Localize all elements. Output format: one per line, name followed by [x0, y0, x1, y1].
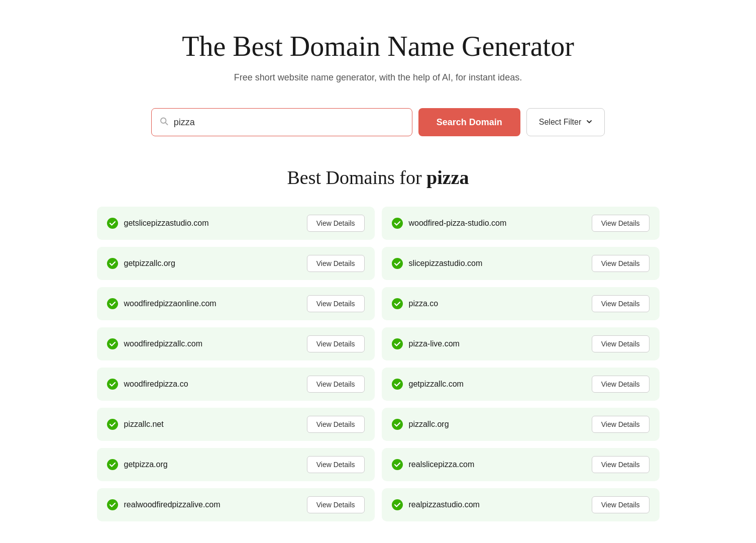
view-details-button[interactable]: View Details	[592, 255, 650, 272]
check-icon	[107, 258, 118, 269]
domain-left: pizzallc.net	[107, 419, 164, 430]
check-icon	[392, 419, 403, 430]
svg-point-4	[107, 298, 118, 309]
svg-point-9	[107, 499, 118, 510]
domains-grid: getslicepizzastudio.com View Details get…	[97, 207, 660, 521]
domains-right-column: woodfired-pizza-studio.com View Details …	[382, 207, 660, 521]
check-icon	[392, 258, 403, 269]
domain-name: pizza-live.com	[409, 339, 460, 348]
domain-name: realwoodfiredpizzalive.com	[124, 500, 221, 509]
view-details-button[interactable]: View Details	[592, 376, 650, 393]
domain-left: pizzallc.org	[392, 419, 449, 430]
svg-point-8	[107, 459, 118, 470]
domain-name: realslicepizza.com	[409, 460, 475, 469]
search-bar: Search Domain Select Filter	[97, 108, 660, 136]
svg-point-6	[107, 379, 118, 390]
check-icon	[107, 379, 118, 390]
domain-name: pizza.co	[409, 299, 439, 308]
svg-point-5	[107, 338, 118, 349]
domain-card: realslicepizza.com View Details	[382, 448, 660, 481]
domain-name: getpizzallc.org	[124, 259, 175, 268]
view-details-button[interactable]: View Details	[307, 295, 365, 312]
domain-name: pizzallc.net	[124, 420, 164, 429]
domain-card: getslicepizzastudio.com View Details	[97, 207, 375, 240]
svg-point-16	[392, 459, 403, 470]
view-details-button[interactable]: View Details	[592, 416, 650, 433]
view-details-button[interactable]: View Details	[307, 335, 365, 352]
domain-left: getslicepizzastudio.com	[107, 218, 209, 229]
domain-card: getpizzallc.org View Details	[97, 247, 375, 280]
svg-point-12	[392, 298, 403, 309]
view-details-button[interactable]: View Details	[592, 215, 650, 232]
domain-card: woodfiredpizzaonline.com View Details	[97, 287, 375, 320]
domain-name: slicepizzastudio.com	[409, 259, 483, 268]
search-input[interactable]	[151, 108, 412, 136]
view-details-button[interactable]: View Details	[592, 456, 650, 473]
domain-card: realwoodfiredpizzalive.com View Details	[97, 488, 375, 521]
domain-left: pizza.co	[392, 298, 439, 309]
domain-left: slicepizzastudio.com	[392, 258, 483, 269]
results-heading: Best Domains for pizza	[97, 166, 660, 189]
view-details-button[interactable]: View Details	[592, 295, 650, 312]
view-details-button[interactable]: View Details	[307, 255, 365, 272]
svg-point-7	[107, 419, 118, 430]
domain-name: woodfiredpizzaonline.com	[124, 299, 217, 308]
view-details-button[interactable]: View Details	[307, 215, 365, 232]
domain-card: slicepizzastudio.com View Details	[382, 247, 660, 280]
view-details-button[interactable]: View Details	[307, 496, 365, 513]
filter-label: Select Filter	[539, 118, 581, 127]
domain-card: getpizza.org View Details	[97, 448, 375, 481]
view-details-button[interactable]: View Details	[307, 416, 365, 433]
svg-point-14	[392, 379, 403, 390]
domain-left: woodfiredpizzallc.com	[107, 338, 203, 349]
domain-name: getpizza.org	[124, 460, 168, 469]
domain-card: pizzallc.org View Details	[382, 408, 660, 441]
check-icon	[392, 298, 403, 309]
domain-name: woodfiredpizza.co	[124, 380, 188, 389]
view-details-button[interactable]: View Details	[592, 496, 650, 513]
check-icon	[392, 338, 403, 349]
domain-card: woodfiredpizzallc.com View Details	[97, 327, 375, 360]
domain-card: woodfiredpizza.co View Details	[97, 368, 375, 401]
domain-name: woodfiredpizzallc.com	[124, 339, 203, 348]
view-details-button[interactable]: View Details	[307, 456, 365, 473]
page-title: The Best Domain Name Generator	[97, 30, 660, 62]
domain-left: woodfiredpizzaonline.com	[107, 298, 217, 309]
domain-card: getpizzallc.com View Details	[382, 368, 660, 401]
view-details-button[interactable]: View Details	[592, 335, 650, 352]
check-icon	[392, 379, 403, 390]
check-icon	[107, 338, 118, 349]
domain-left: pizza-live.com	[392, 338, 460, 349]
check-icon	[107, 459, 118, 470]
svg-point-13	[392, 338, 403, 349]
search-button[interactable]: Search Domain	[418, 108, 520, 136]
check-icon	[107, 298, 118, 309]
domain-left: getpizzallc.com	[392, 379, 464, 390]
domains-left-column: getslicepizzastudio.com View Details get…	[97, 207, 375, 521]
domain-card: pizza-live.com View Details	[382, 327, 660, 360]
svg-point-17	[392, 499, 403, 510]
check-icon	[392, 218, 403, 229]
check-icon	[107, 218, 118, 229]
domain-name: woodfired-pizza-studio.com	[409, 219, 507, 228]
domain-name: realpizzastudio.com	[409, 500, 480, 509]
domain-card: pizzallc.net View Details	[97, 408, 375, 441]
domain-name: getpizzallc.com	[409, 380, 464, 389]
filter-button[interactable]: Select Filter	[526, 108, 605, 136]
domain-card: woodfired-pizza-studio.com View Details	[382, 207, 660, 240]
check-icon	[107, 499, 118, 510]
check-icon	[392, 459, 403, 470]
svg-point-10	[392, 218, 403, 229]
domain-left: getpizzallc.org	[107, 258, 175, 269]
svg-point-15	[392, 419, 403, 430]
domain-card: pizza.co View Details	[382, 287, 660, 320]
domain-card: realpizzastudio.com View Details	[382, 488, 660, 521]
view-details-button[interactable]: View Details	[307, 376, 365, 393]
domain-left: getpizza.org	[107, 459, 168, 470]
domain-left: realwoodfiredpizzalive.com	[107, 499, 221, 510]
chevron-down-icon	[586, 118, 592, 127]
domain-name: getslicepizzastudio.com	[124, 219, 209, 228]
domain-left: realslicepizza.com	[392, 459, 475, 470]
domain-left: woodfired-pizza-studio.com	[392, 218, 507, 229]
svg-point-3	[107, 258, 118, 269]
